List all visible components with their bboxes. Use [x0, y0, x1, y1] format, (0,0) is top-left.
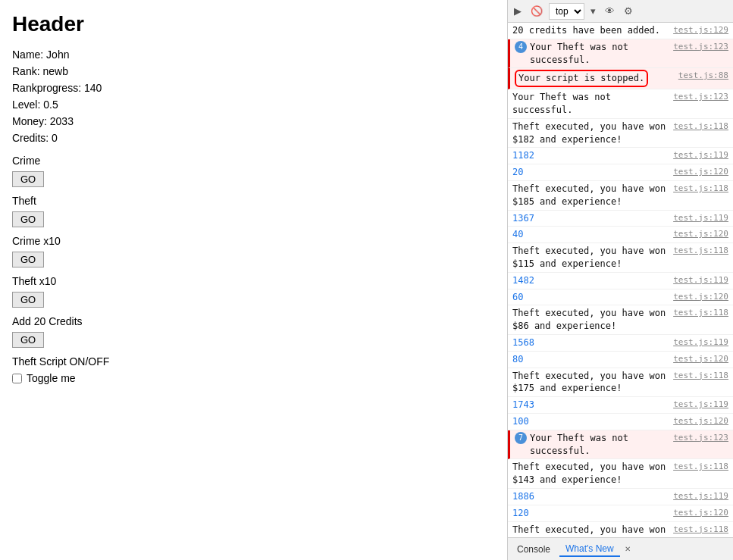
- console-message: 1482: [512, 274, 667, 287]
- console-message: 1367: [512, 212, 667, 225]
- theft-label: Theft: [12, 195, 495, 207]
- console-row: Theft executed, you have won $147 and ex…: [508, 522, 733, 538]
- crime-go-button[interactable]: GO: [12, 171, 44, 187]
- name-info: Name: John: [12, 48, 495, 61]
- console-row: 1886test.js:119: [508, 489, 733, 505]
- console-link[interactable]: test.js:118: [673, 461, 728, 472]
- console-link[interactable]: test.js:88: [678, 70, 728, 81]
- console-message: Your Theft was not successful.: [530, 41, 667, 67]
- context-select[interactable]: top: [549, 3, 584, 20]
- console-message: 1743: [512, 399, 667, 411]
- console-message: 1568: [512, 336, 667, 349]
- console-row: Your script is stopped.test.js:88: [508, 68, 733, 89]
- console-badge: 7: [515, 432, 527, 444]
- console-message: 20: [512, 166, 667, 179]
- console-row: Theft executed, you have won $115 and ex…: [508, 243, 733, 273]
- console-message: 60: [512, 291, 667, 304]
- add20credits-label: Add 20 Credits: [12, 315, 495, 327]
- console-link[interactable]: test.js:118: [673, 120, 728, 132]
- console-row: 100test.js:120: [508, 414, 733, 430]
- console-row: Theft executed, you have won $182 and ex…: [508, 119, 733, 149]
- devtools-panel: ▶ 🚫 top ▾ 👁 ⚙ 20 credits have been added…: [508, 0, 733, 560]
- console-row: 40test.js:120: [508, 227, 733, 243]
- console-link[interactable]: test.js:118: [673, 245, 728, 256]
- run-icon-button[interactable]: ▶: [511, 4, 525, 18]
- console-row: 60test.js:120: [508, 289, 733, 306]
- toggle-label: Toggle me: [27, 372, 76, 384]
- filter-dropdown-button[interactable]: ▾: [587, 4, 599, 18]
- credits-info: Credits: 0: [12, 132, 495, 144]
- console-link[interactable]: test.js:123: [673, 41, 728, 52]
- console-message: 20 credits have been added.: [512, 24, 667, 37]
- console-link[interactable]: test.js:120: [673, 415, 728, 427]
- crimex10-go-button[interactable]: GO: [12, 252, 44, 267]
- console-row: 1482test.js:119: [508, 273, 733, 289]
- console-link[interactable]: test.js:123: [673, 91, 728, 102]
- console-link[interactable]: test.js:129: [673, 24, 728, 36]
- console-link[interactable]: test.js:123: [673, 432, 728, 443]
- console-link[interactable]: test.js:119: [673, 149, 728, 161]
- toggle-checkbox[interactable]: [12, 374, 22, 383]
- console-row: 7Your Theft was not successful.test.js:1…: [508, 430, 733, 460]
- console-row: 4Your Theft was not successful.test.js:1…: [508, 39, 733, 69]
- console-message: Theft executed, you have won $143 and ex…: [512, 461, 667, 486]
- console-link[interactable]: test.js:118: [673, 307, 728, 318]
- toggle-section: Toggle me: [12, 372, 495, 384]
- tab-console[interactable]: Console: [511, 543, 556, 556]
- console-row: Theft executed, you have won $143 and ex…: [508, 459, 733, 489]
- console-message: 1886: [512, 490, 667, 503]
- console-row: 120test.js:120: [508, 505, 733, 522]
- console-message: Theft executed, you have won $185 and ex…: [512, 183, 667, 208]
- console-row: Theft executed, you have won $185 and ex…: [508, 181, 733, 211]
- console-message: Theft executed, you have won $115 and ex…: [512, 245, 667, 271]
- console-message: Your Theft was not successful.: [530, 432, 667, 458]
- level-info: Level: 0.5: [12, 99, 495, 111]
- console-row: 1367test.js:119: [508, 211, 733, 227]
- console-row: 20test.js:120: [508, 164, 733, 181]
- crime-label: Crime: [12, 155, 495, 167]
- console-link[interactable]: test.js:120: [673, 166, 728, 177]
- theftx10-go-button[interactable]: GO: [12, 292, 44, 308]
- page-title: Header: [12, 12, 495, 36]
- add20credits-go-button[interactable]: GO: [12, 332, 44, 348]
- console-badge: 4: [515, 41, 527, 53]
- console-message: 100: [512, 415, 667, 428]
- console-message: 120: [512, 507, 667, 520]
- console-row: Theft executed, you have won $175 and ex…: [508, 368, 733, 398]
- theft-go-button[interactable]: GO: [12, 211, 44, 227]
- tab-whatsnew[interactable]: What's New: [559, 542, 620, 557]
- console-link[interactable]: test.js:120: [673, 353, 728, 364]
- devtools-top-toolbar: ▶ 🚫 top ▾ 👁 ⚙: [508, 0, 733, 23]
- console-link[interactable]: test.js:118: [673, 183, 728, 194]
- rankprogress-info: Rankprogress: 140: [12, 82, 495, 94]
- console-message: Theft executed, you have won $86 and exp…: [512, 307, 667, 333]
- console-row: 1568test.js:119: [508, 335, 733, 352]
- console-link[interactable]: test.js:120: [673, 228, 728, 239]
- console-row: 1182test.js:119: [508, 148, 733, 164]
- close-whatsnew-button[interactable]: ✕: [625, 545, 631, 553]
- theftscript-label: Theft Script ON/OFF: [12, 355, 495, 368]
- console-link[interactable]: test.js:119: [673, 274, 728, 286]
- console-row: 80test.js:120: [508, 352, 733, 368]
- console-output: 20 credits have been added.test.js:1294Y…: [508, 23, 733, 537]
- console-message: Theft executed, you have won $182 and ex…: [512, 120, 667, 146]
- console-link[interactable]: test.js:119: [673, 490, 728, 502]
- money-info: Money: 2033: [12, 115, 495, 127]
- console-link[interactable]: test.js:119: [673, 336, 728, 348]
- console-link[interactable]: test.js:120: [673, 507, 728, 518]
- console-link[interactable]: test.js:118: [673, 370, 728, 381]
- eye-icon-button[interactable]: 👁: [602, 4, 618, 18]
- console-message: Theft executed, you have won $147 and ex…: [512, 524, 667, 538]
- console-link[interactable]: test.js:119: [673, 212, 728, 224]
- console-row: 1743test.js:119: [508, 397, 733, 414]
- console-link[interactable]: test.js:118: [673, 524, 728, 535]
- console-link[interactable]: test.js:119: [673, 399, 728, 410]
- devtools-bottom-bar: Console What's New ✕: [508, 537, 733, 560]
- console-message: Your script is stopped.: [515, 70, 672, 87]
- theftx10-label: Theft x10: [12, 275, 495, 287]
- console-row: Theft executed, you have won $86 and exp…: [508, 305, 733, 335]
- settings-icon-button[interactable]: ⚙: [621, 4, 636, 18]
- console-message: Theft executed, you have won $175 and ex…: [512, 370, 667, 396]
- console-link[interactable]: test.js:120: [673, 291, 728, 302]
- block-icon-button[interactable]: 🚫: [528, 4, 546, 18]
